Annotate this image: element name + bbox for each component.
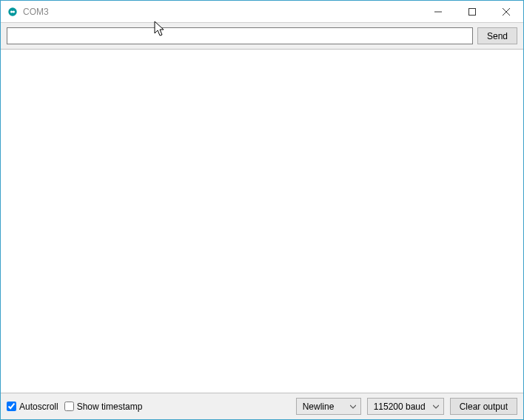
serial-input[interactable] (7, 27, 473, 44)
baud-rate-selected: 115200 baud (374, 402, 426, 412)
window-title: COM3 (23, 7, 49, 17)
window-titlebar: COM3 (1, 1, 523, 23)
baud-rate-select[interactable]: 115200 baud (367, 398, 444, 415)
minimize-button[interactable] (421, 1, 455, 22)
clear-output-button[interactable]: Clear output (450, 398, 517, 415)
autoscroll-label: Autoscroll (19, 402, 58, 412)
serial-output-area[interactable] (1, 50, 523, 393)
maximize-button[interactable] (455, 1, 489, 22)
chevron-down-icon (350, 404, 356, 410)
send-button[interactable]: Send (477, 27, 517, 44)
close-button[interactable] (489, 1, 523, 22)
timestamp-label: Show timestamp (77, 402, 143, 412)
chevron-down-icon (433, 404, 439, 410)
line-ending-selected: Newline (303, 402, 335, 412)
svg-rect-2 (469, 8, 476, 15)
send-row: Send (1, 23, 523, 50)
window-controls (421, 1, 523, 22)
footer-bar: Autoscroll Show timestamp Newline 115200… (1, 393, 523, 419)
autoscroll-checkbox[interactable]: Autoscroll (7, 402, 58, 412)
arduino-serial-icon (7, 6, 19, 18)
line-ending-select[interactable]: Newline (296, 398, 361, 415)
timestamp-checkbox[interactable]: Show timestamp (64, 402, 143, 412)
timestamp-checkbox-input[interactable] (64, 402, 74, 411)
autoscroll-checkbox-input[interactable] (7, 402, 16, 411)
